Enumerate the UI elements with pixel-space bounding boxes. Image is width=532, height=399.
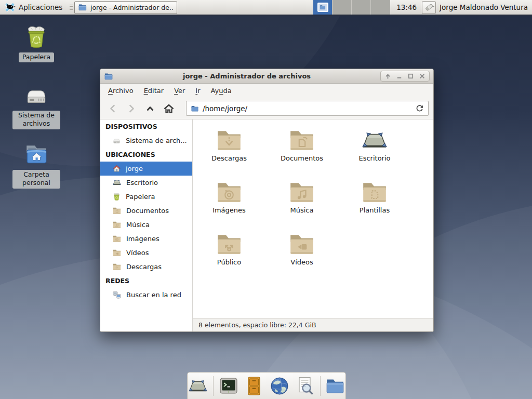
sidebar-header-ubicaciones: UBICACIONES xyxy=(100,148,192,162)
file-label: Música xyxy=(290,206,314,214)
network-search-icon xyxy=(112,290,122,300)
sidebar-item-label: Escritorio xyxy=(126,179,158,187)
file-cabinet-icon xyxy=(244,376,264,396)
folder-videos-icon xyxy=(288,232,316,256)
file-item-plantillas[interactable]: Plantillas xyxy=(338,179,411,231)
file-label: Imágenes xyxy=(212,206,246,214)
sidebar-item-label: Imágenes xyxy=(126,235,159,243)
desktop-icon-papelera[interactable]: Papelera xyxy=(11,24,61,62)
reload-icon[interactable] xyxy=(415,104,424,113)
window-titlebar[interactable]: jorge - Administrador de archivos xyxy=(100,69,433,84)
workspace-window-thumbnail xyxy=(317,3,328,12)
trash-icon xyxy=(112,192,121,201)
sidebar-item-label: Sistema de arch... xyxy=(126,137,187,144)
sidebar-item-label: Documentos xyxy=(126,207,169,215)
up-button[interactable] xyxy=(142,101,158,116)
menu-archivo[interactable]: Archivo xyxy=(103,85,139,97)
minimize-button[interactable] xyxy=(394,72,404,81)
menu-ir[interactable]: Ir xyxy=(190,85,205,97)
file-label: Documentos xyxy=(281,154,323,162)
file-item-publico[interactable]: Público xyxy=(193,231,265,283)
menu-ver[interactable]: Ver xyxy=(169,85,190,97)
sidebar-item-buscar-en-la-red[interactable]: Buscar en la red xyxy=(100,288,192,302)
folder-music-icon xyxy=(288,180,316,204)
path-input[interactable]: /home/jorge/ xyxy=(203,104,411,113)
window-body: DISPOSITIVOS Sistema de arch... UBICACIO… xyxy=(100,119,433,331)
xfce-logo-icon xyxy=(4,2,16,13)
folder-downloads-icon xyxy=(112,263,122,271)
folder-templates-icon xyxy=(361,180,389,204)
web-browser-launcher[interactable] xyxy=(269,376,290,396)
file-manager-window: jorge - Administrador de archivos xyxy=(100,69,434,332)
forward-button[interactable] xyxy=(124,101,139,116)
file-label: Escritorio xyxy=(358,154,390,162)
terminal-launcher[interactable] xyxy=(218,376,239,396)
file-label: Plantillas xyxy=(360,206,390,214)
file-item-escritorio[interactable]: Escritorio xyxy=(338,127,411,179)
blue-folder-icon xyxy=(78,3,87,12)
toolbar: /home/jorge/ xyxy=(100,98,433,119)
trash-full-icon xyxy=(23,24,49,50)
file-grid: Descargas Documentos Escritorio Imágenes… xyxy=(193,119,433,318)
sidebar-item-documentos[interactable]: Documentos xyxy=(100,204,192,218)
taskbar-window-label: jorge - Administrador de... xyxy=(90,4,174,11)
file-manager-launcher[interactable] xyxy=(325,376,345,396)
desktop-icon-sistema-de-archivos[interactable]: Sistema de archivos xyxy=(11,82,61,129)
minimize-icon xyxy=(395,72,403,80)
close-icon xyxy=(418,72,426,80)
menu-ayuda[interactable]: Ayuda xyxy=(206,85,237,97)
sidebar-item-imagenes[interactable]: Imágenes xyxy=(100,232,192,246)
applications-menu-button[interactable]: Aplicaciones xyxy=(0,0,66,15)
file-label: Público xyxy=(217,258,241,266)
desktop-icon-label: Sistema de archivos xyxy=(12,111,60,129)
workspace-3[interactable] xyxy=(352,0,371,15)
show-desktop-button[interactable] xyxy=(188,376,208,396)
app-finder-launcher[interactable] xyxy=(295,376,315,396)
sidebar-item-papelera[interactable]: Papelera xyxy=(100,190,192,204)
workspace-1[interactable] xyxy=(313,0,332,15)
hard-drive-icon xyxy=(112,136,121,145)
taskbar-window-button[interactable]: jorge - Administrador de... xyxy=(74,1,177,14)
sidebar-item-escritorio[interactable]: Escritorio xyxy=(100,176,192,190)
file-label: Vídeos xyxy=(290,258,313,266)
file-item-videos[interactable]: Vídeos xyxy=(265,231,338,283)
folder-public-icon xyxy=(215,232,243,256)
window-title: jorge - Administrador de archivos xyxy=(116,72,377,80)
file-manager-icon xyxy=(325,376,345,396)
sidebar-item-sistema-de-archivos[interactable]: Sistema de arch... xyxy=(100,134,192,148)
shade-button[interactable] xyxy=(383,72,393,81)
file-cabinet-launcher[interactable] xyxy=(244,376,264,396)
folder-videos-icon xyxy=(112,249,122,257)
workspace-2[interactable] xyxy=(332,0,352,15)
sidebar-item-descargas[interactable]: Descargas xyxy=(100,260,192,274)
desktop-icon-carpeta-personal[interactable]: Carpeta personal xyxy=(11,141,61,189)
desktop-icon xyxy=(361,128,389,152)
maximize-button[interactable] xyxy=(406,72,416,81)
session-action-button[interactable] xyxy=(422,1,436,14)
file-item-musica[interactable]: Música xyxy=(265,179,338,231)
workspace-switcher xyxy=(313,0,390,15)
dock-separator xyxy=(213,376,214,396)
sidebar-header-dispositivos: DISPOSITIVOS xyxy=(100,119,192,134)
file-item-documentos[interactable]: Documentos xyxy=(265,127,338,179)
sidebar-item-videos[interactable]: Vídeos xyxy=(100,246,192,260)
up-icon xyxy=(145,103,155,114)
sidebar-item-jorge[interactable]: jorge xyxy=(100,162,192,176)
menu-editar[interactable]: Editar xyxy=(139,85,169,97)
file-view: Descargas Documentos Escritorio Imágenes… xyxy=(193,119,433,331)
sidebar-item-label: Buscar en la red xyxy=(126,291,181,299)
close-button[interactable] xyxy=(417,72,427,81)
file-item-descargas[interactable]: Descargas xyxy=(193,127,265,179)
sidebar-item-label: Música xyxy=(126,221,150,229)
home-button[interactable] xyxy=(161,101,177,116)
back-button[interactable] xyxy=(105,101,121,116)
workspace-4[interactable] xyxy=(371,0,390,15)
location-bar[interactable]: /home/jorge/ xyxy=(186,101,429,116)
blue-folder-icon xyxy=(191,104,199,113)
sidebar-item-musica[interactable]: Música xyxy=(100,218,192,232)
file-item-imagenes[interactable]: Imágenes xyxy=(193,179,265,231)
folder-images-icon xyxy=(215,180,243,204)
tasklist-drag-handle[interactable] xyxy=(70,5,73,10)
applications-menu-label: Aplicaciones xyxy=(19,3,62,11)
dock-panel xyxy=(187,372,346,399)
